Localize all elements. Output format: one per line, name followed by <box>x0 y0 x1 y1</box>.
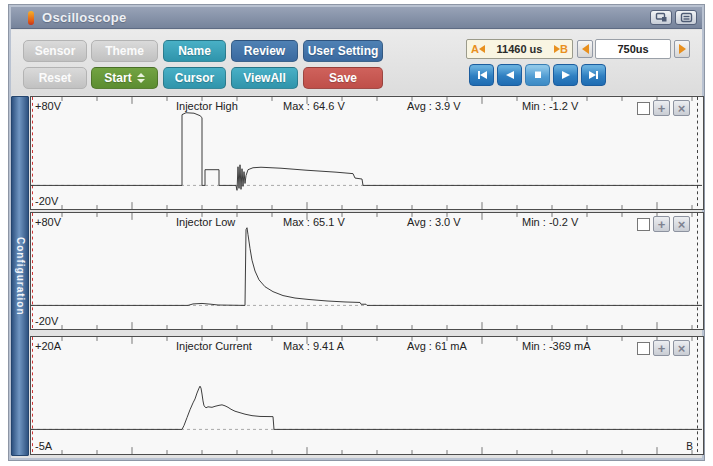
channel-enable-checkbox[interactable] <box>637 218 650 231</box>
down-arrow-icon <box>137 79 145 83</box>
save-button[interactable]: Save <box>303 67 383 89</box>
waveform-plot <box>31 97 703 209</box>
toolbar: SensorThemeNameReviewUser SettingResetSt… <box>11 30 702 95</box>
step-forward-icon <box>559 70 573 80</box>
stat-avg: Avg : 3.0 V <box>407 216 461 228</box>
y-min-label: -20V <box>35 315 58 327</box>
stat-max: Max : 64.6 V <box>283 100 345 112</box>
panel-controls: +× <box>637 216 690 232</box>
close-panel-button[interactable]: × <box>673 100 690 116</box>
restore-window-button[interactable] <box>650 10 672 25</box>
waveform-plot <box>31 337 703 454</box>
step-forward-button[interactable] <box>553 64 578 86</box>
cursor-b-label: B <box>686 441 693 452</box>
step-back-button[interactable] <box>497 64 522 86</box>
channel-title: Injector High <box>176 100 238 112</box>
stat-max: Max : 65.1 V <box>283 216 345 228</box>
button-label: Review <box>244 44 285 58</box>
channel-panel: +80VInjector HighMax : 64.6 VAvg : 3.9 V… <box>30 96 704 210</box>
waveform-plot <box>31 213 703 329</box>
skip-forward-icon <box>587 70 601 80</box>
timebase-decrease-button[interactable] <box>577 40 593 58</box>
close-panel-button[interactable]: × <box>673 340 690 356</box>
stat-avg: Avg : 61 mA <box>407 340 467 352</box>
stat-min: Min : -0.2 V <box>522 216 578 228</box>
button-label: User Setting <box>308 44 379 58</box>
skip-forward-button[interactable] <box>581 64 606 86</box>
close-icon: × <box>678 102 686 115</box>
panel-controls: +× <box>637 100 690 116</box>
theme-button[interactable]: Theme <box>91 40 158 62</box>
restore-icon <box>655 12 668 23</box>
stat-min: Min : -1.2 V <box>522 100 578 112</box>
cursor-a-label: A <box>471 43 479 55</box>
ab-time-value: 11460 us <box>485 43 554 55</box>
title-bar: Oscilloscope <box>11 7 702 29</box>
channel-title: Injector Current <box>176 340 252 352</box>
user-setting-button[interactable]: User Setting <box>303 40 383 62</box>
review-button[interactable]: Review <box>231 40 298 62</box>
name-button[interactable]: Name <box>163 40 226 62</box>
plus-icon: + <box>658 102 666 115</box>
spinner-icon <box>137 73 145 83</box>
right-arrow-icon <box>679 44 686 54</box>
channel-enable-checkbox[interactable] <box>637 102 650 115</box>
oscilloscope-window: Oscilloscope SensorTheme <box>8 4 705 461</box>
y-min-label: -5A <box>35 440 52 452</box>
reset-button[interactable]: Reset <box>23 67 87 89</box>
plus-icon: + <box>658 342 666 355</box>
expand-panel-button[interactable]: + <box>653 340 670 356</box>
expand-panel-button[interactable]: + <box>653 100 670 116</box>
channel-panel: +20AInjector CurrentMax : 9.41 AAvg : 61… <box>30 336 704 455</box>
stop-button[interactable] <box>525 64 550 86</box>
window-content: Oscilloscope SensorTheme <box>11 7 702 458</box>
start-button[interactable]: Start <box>91 67 158 89</box>
close-panel-button[interactable]: × <box>673 216 690 232</box>
up-arrow-icon <box>137 73 145 77</box>
cursor-b-label-box: B <box>560 43 568 55</box>
expand-panel-button[interactable]: + <box>653 216 670 232</box>
panel-controls: +× <box>637 340 690 356</box>
step-back-icon <box>503 70 517 80</box>
button-label: ViewAll <box>243 71 285 85</box>
configuration-sidebar[interactable]: Configuration <box>11 96 29 456</box>
sensor-button[interactable]: Sensor <box>23 40 87 62</box>
button-label: Start <box>104 71 131 85</box>
stat-max: Max : 9.41 A <box>283 340 344 352</box>
y-max-label: +20A <box>35 340 61 352</box>
waveform-trace <box>31 113 702 191</box>
skip-back-icon <box>475 70 489 80</box>
y-max-label: +80V <box>35 100 61 112</box>
timebase-value[interactable]: 750us <box>595 39 671 59</box>
viewall-button[interactable]: ViewAll <box>231 67 298 89</box>
skip-back-button[interactable] <box>469 64 494 86</box>
rollup-icon <box>680 12 693 23</box>
playback-controls <box>469 64 606 86</box>
channel-title: Injector Low <box>176 216 235 228</box>
stat-min: Min : -369 mA <box>522 340 590 352</box>
configuration-label: Configuration <box>15 237 26 316</box>
rollup-window-button[interactable] <box>675 10 697 25</box>
cursor-button[interactable]: Cursor <box>163 67 226 89</box>
waveform-trace <box>31 228 702 306</box>
channel-enable-checkbox[interactable] <box>637 342 650 355</box>
y-min-label: -20V <box>35 195 58 207</box>
ab-time-range[interactable]: A 11460 us B <box>466 39 573 59</box>
channel-panel: +80VInjector LowMax : 65.1 VAvg : 3.0 VM… <box>30 212 704 330</box>
window-buttons <box>650 10 697 25</box>
y-max-label: +80V <box>35 216 61 228</box>
waveform-trace <box>31 386 702 429</box>
stat-avg: Avg : 3.9 V <box>407 100 461 112</box>
timebase-increase-button[interactable] <box>674 40 690 58</box>
close-icon: × <box>678 218 686 231</box>
button-label: Theme <box>105 44 144 58</box>
plus-icon: + <box>658 218 666 231</box>
button-label: Name <box>178 44 211 58</box>
left-arrow-icon <box>582 44 589 54</box>
window-title: Oscilloscope <box>42 10 127 25</box>
button-label: Save <box>329 71 357 85</box>
stop-icon <box>531 70 545 80</box>
button-label: Reset <box>39 71 72 85</box>
app-icon <box>28 11 34 25</box>
button-label: Cursor <box>175 71 214 85</box>
